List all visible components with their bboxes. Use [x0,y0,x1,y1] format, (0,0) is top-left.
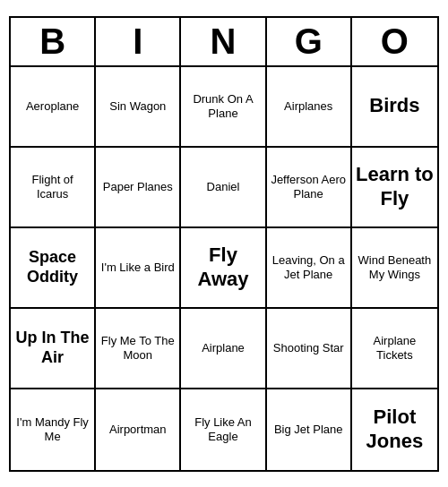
header-letter-i: I [96,18,181,65]
bingo-cell-12[interactable]: Fly Away [181,228,266,309]
bingo-cell-6[interactable]: Paper Planes [96,148,181,228]
bingo-cell-11[interactable]: I'm Like a Bird [96,228,181,309]
bingo-cell-1[interactable]: Sin Wagon [96,67,181,148]
bingo-cell-17[interactable]: Airplane [181,309,266,389]
bingo-cell-19[interactable]: Airplane Tickets [352,309,437,389]
bingo-cell-8[interactable]: Jefferson Aero Plane [267,148,352,228]
bingo-cell-0[interactable]: Aeroplane [11,67,96,148]
bingo-cell-21[interactable]: Airportman [96,389,181,470]
header-letter-g: G [267,18,352,65]
bingo-cell-10[interactable]: Space Oddity [11,228,96,309]
bingo-cell-24[interactable]: Pilot Jones [352,389,437,470]
header-letter-n: N [181,18,266,65]
bingo-header: BINGO [11,18,437,67]
header-letter-o: O [352,18,437,65]
bingo-cell-14[interactable]: Wind Beneath My Wings [352,228,437,309]
bingo-cell-23[interactable]: Big Jet Plane [267,389,352,470]
bingo-cell-4[interactable]: Birds [352,67,437,148]
bingo-cell-7[interactable]: Daniel [181,148,266,228]
bingo-cell-2[interactable]: Drunk On A Plane [181,67,266,148]
bingo-card: BINGO AeroplaneSin WagonDrunk On A Plane… [9,16,439,472]
bingo-cell-13[interactable]: Leaving, On a Jet Plane [267,228,352,309]
bingo-cell-22[interactable]: Fly Like An Eagle [181,389,266,470]
header-letter-b: B [11,18,96,65]
bingo-cell-20[interactable]: I'm Mandy Fly Me [11,389,96,470]
bingo-grid: AeroplaneSin WagonDrunk On A PlaneAirpla… [11,67,437,470]
bingo-cell-18[interactable]: Shooting Star [267,309,352,389]
bingo-cell-5[interactable]: Flight of Icarus [11,148,96,228]
bingo-cell-16[interactable]: Fly Me To The Moon [96,309,181,389]
bingo-cell-15[interactable]: Up In The Air [11,309,96,389]
bingo-cell-3[interactable]: Airplanes [267,67,352,148]
bingo-cell-9[interactable]: Learn to Fly [352,148,437,228]
